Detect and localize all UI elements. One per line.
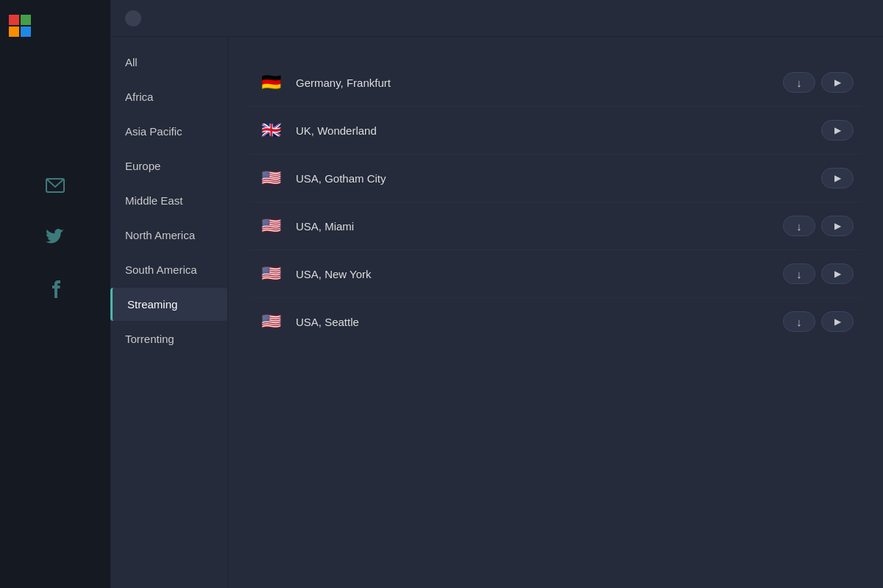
- flag-icon: 🇺🇸: [258, 308, 284, 335]
- sidebar-item-europe[interactable]: Europe: [110, 149, 227, 183]
- download-button[interactable]: ↓: [783, 72, 815, 93]
- filter-sidebar: AllAfricaAsia PacificEuropeMiddle EastNo…: [110, 0, 228, 588]
- sidebar-item-asia-pacific[interactable]: Asia Pacific: [110, 115, 227, 148]
- close-button[interactable]: [125, 10, 141, 26]
- server-name: USA, Miami: [296, 220, 771, 233]
- avg-logo-icon: [9, 15, 32, 38]
- server-list: 🇩🇪Germany, Frankfurt↓▶🇬🇧UK, Wonderland▶🇺…: [250, 59, 861, 345]
- flag-icon: 🇩🇪: [258, 69, 284, 96]
- download-icon: ↓: [796, 268, 802, 280]
- download-icon: ↓: [796, 220, 802, 233]
- flag-icon: 🇬🇧: [258, 117, 284, 144]
- server-name: USA, Seattle: [296, 316, 771, 328]
- play-icon: ▶: [834, 316, 841, 327]
- sidebar-item-north-america[interactable]: North America: [110, 219, 227, 252]
- sidebar-item-africa[interactable]: Africa: [110, 80, 227, 113]
- table-row: 🇺🇸USA, Gotham City▶: [250, 155, 861, 202]
- server-name: USA, Gotham City: [296, 172, 809, 185]
- modal-overlay: AllAfricaAsia PacificEuropeMiddle EastNo…: [110, 0, 883, 588]
- server-actions: ▶: [821, 168, 854, 188]
- table-row: 🇺🇸USA, Miami↓▶: [250, 202, 861, 250]
- play-button[interactable]: ▶: [821, 263, 854, 284]
- download-icon: ↓: [796, 316, 802, 328]
- download-icon: ↓: [796, 77, 802, 89]
- table-row: 🇩🇪Germany, Frankfurt↓▶: [250, 59, 861, 107]
- server-actions: ↓▶: [783, 72, 854, 93]
- svg-rect-2: [9, 26, 19, 37]
- server-name: UK, Wonderland: [296, 124, 809, 137]
- svg-rect-1: [21, 15, 31, 25]
- sidebar-item-torrenting[interactable]: Torrenting: [110, 322, 227, 355]
- download-button[interactable]: ↓: [783, 216, 815, 236]
- sidebar-item-south-america[interactable]: South America: [110, 253, 227, 286]
- app-logo: [0, 7, 110, 53]
- facebook-svg: [49, 279, 62, 298]
- server-list-panel: 🇩🇪Germany, Frankfurt↓▶🇬🇧UK, Wonderland▶🇺…: [228, 0, 883, 588]
- twitter-icon[interactable]: [40, 222, 70, 252]
- server-actions: ▶: [821, 120, 854, 141]
- play-button[interactable]: ▶: [821, 168, 854, 188]
- facebook-icon[interactable]: [40, 274, 70, 303]
- play-icon: ▶: [834, 269, 841, 279]
- svg-rect-0: [9, 15, 19, 25]
- play-button[interactable]: ▶: [821, 120, 854, 141]
- envelope-svg: [46, 178, 65, 193]
- server-actions: ↓▶: [783, 263, 854, 284]
- app-icon-list: [0, 171, 110, 303]
- server-name: USA, New York: [296, 268, 771, 280]
- download-button[interactable]: ↓: [783, 311, 815, 332]
- play-icon: ▶: [834, 77, 841, 88]
- flag-icon: 🇺🇸: [258, 261, 284, 287]
- play-button[interactable]: ▶: [821, 311, 854, 332]
- email-icon[interactable]: [40, 171, 70, 200]
- sidebar-item-all[interactable]: All: [110, 46, 227, 79]
- close-bar: [110, 0, 883, 37]
- download-button[interactable]: ↓: [783, 263, 815, 284]
- server-actions: ↓▶: [783, 311, 854, 332]
- flag-icon: 🇺🇸: [258, 165, 284, 191]
- twitter-svg: [46, 229, 65, 245]
- play-button[interactable]: ▶: [821, 72, 854, 93]
- server-actions: ↓▶: [783, 216, 854, 236]
- sidebar-item-streaming[interactable]: Streaming: [110, 288, 227, 321]
- table-row: 🇺🇸USA, Seattle↓▶: [250, 298, 861, 345]
- app-sidebar: [0, 0, 110, 588]
- play-icon: ▶: [834, 173, 841, 183]
- flag-icon: 🇺🇸: [258, 213, 284, 239]
- server-name: Germany, Frankfurt: [296, 77, 771, 89]
- svg-rect-3: [21, 26, 31, 37]
- play-icon: ▶: [834, 125, 841, 135]
- sidebar-item-middle-east[interactable]: Middle East: [110, 184, 227, 217]
- table-row: 🇺🇸USA, New York↓▶: [250, 250, 861, 298]
- table-row: 🇬🇧UK, Wonderland▶: [250, 107, 861, 155]
- play-icon: ▶: [834, 221, 841, 231]
- play-button[interactable]: ▶: [821, 216, 854, 236]
